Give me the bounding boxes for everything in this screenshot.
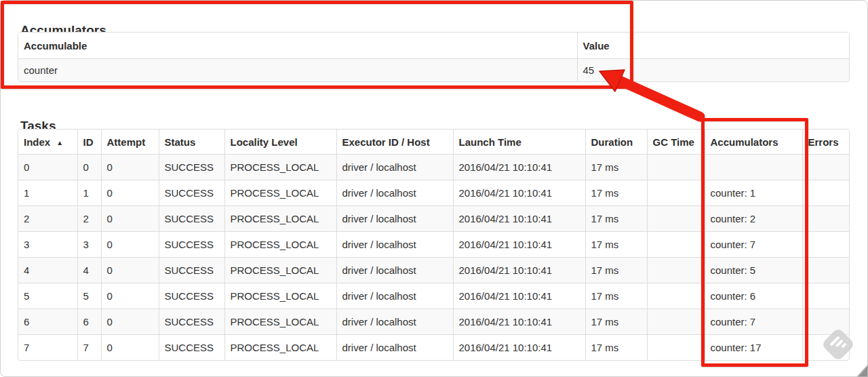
col-header-duration[interactable]: Duration	[585, 130, 647, 155]
col-header-accumulable: Accumulable	[18, 33, 577, 59]
cell-attempt: 0	[101, 335, 159, 361]
cell-status: SUCCESS	[159, 309, 224, 335]
cell-executor-host: driver / localhost	[336, 232, 453, 258]
cell-errors	[802, 155, 850, 180]
cell-index: 3	[18, 232, 77, 258]
cell-locality-level: PROCESS_LOCAL	[224, 335, 336, 361]
cell-launch-time: 2016/04/21 10:10:41	[453, 155, 585, 180]
task-row: 5 5 0 SUCCESS PROCESS_LOCAL driver / loc…	[18, 283, 850, 309]
col-header-attempt[interactable]: Attempt	[101, 130, 159, 155]
cell-attempt: 0	[101, 232, 159, 258]
cursor-artifact	[857, 365, 868, 377]
cell-attempt: 0	[101, 180, 159, 206]
cell-locality-level: PROCESS_LOCAL	[224, 155, 336, 180]
cell-duration: 17 ms	[585, 180, 647, 206]
cell-executor-host: driver / localhost	[336, 309, 453, 335]
cell-accumulators: counter: 2	[705, 206, 802, 232]
cell-gc-time	[647, 232, 705, 258]
cell-status: SUCCESS	[159, 180, 224, 206]
cell-errors	[802, 283, 850, 309]
col-header-index-label: Index	[24, 136, 50, 148]
cell-id: 0	[77, 155, 101, 180]
cell-status: SUCCESS	[159, 258, 224, 283]
task-row: 4 4 0 SUCCESS PROCESS_LOCAL driver / loc…	[18, 258, 850, 283]
cell-executor-host: driver / localhost	[336, 283, 453, 309]
cell-index: 0	[18, 155, 77, 180]
cell-status: SUCCESS	[159, 335, 224, 361]
cell-locality-level: PROCESS_LOCAL	[224, 232, 336, 258]
cell-errors	[802, 258, 850, 283]
col-header-accumulators[interactable]: Accumulators	[705, 130, 802, 155]
cell-id: 4	[77, 258, 101, 283]
col-header-launch-time[interactable]: Launch Time	[453, 130, 585, 155]
cell-executor-host: driver / localhost	[336, 335, 453, 361]
cell-launch-time: 2016/04/21 10:10:41	[453, 283, 585, 309]
cell-errors	[802, 309, 850, 335]
cell-gc-time	[647, 155, 705, 180]
col-header-index[interactable]: Index▲	[18, 130, 77, 155]
cell-status: SUCCESS	[159, 206, 224, 232]
cell-launch-time: 2016/04/21 10:10:41	[453, 335, 585, 361]
cell-accumulators: counter: 1	[705, 180, 802, 206]
col-header-gc-time[interactable]: GC Time	[647, 130, 705, 155]
cell-index: 4	[18, 258, 77, 283]
task-row: 3 3 0 SUCCESS PROCESS_LOCAL driver / loc…	[18, 232, 850, 258]
task-row: 2 2 0 SUCCESS PROCESS_LOCAL driver / loc…	[18, 206, 850, 232]
cell-launch-time: 2016/04/21 10:10:41	[453, 258, 585, 283]
cell-duration: 17 ms	[585, 309, 647, 335]
col-header-locality-level[interactable]: Locality Level	[224, 130, 336, 155]
cell-accumulators: counter: 7	[705, 309, 802, 335]
cell-launch-time: 2016/04/21 10:10:41	[453, 232, 585, 258]
cell-errors	[802, 232, 850, 258]
cell-id: 7	[77, 335, 101, 361]
cell-index: 7	[18, 335, 77, 361]
cell-duration: 17 ms	[585, 155, 647, 180]
accumulators-header-row: Accumulable Value	[18, 33, 850, 59]
cell-gc-time	[647, 309, 705, 335]
cell-attempt: 0	[101, 155, 159, 180]
cell-status: SUCCESS	[159, 232, 224, 258]
cell-accumulators	[705, 155, 802, 180]
cell-locality-level: PROCESS_LOCAL	[224, 180, 336, 206]
cell-gc-time	[647, 283, 705, 309]
cell-attempt: 0	[101, 258, 159, 283]
col-header-errors[interactable]: Errors	[802, 130, 850, 155]
cell-attempt: 0	[101, 309, 159, 335]
col-header-id[interactable]: ID	[77, 130, 101, 155]
cell-status: SUCCESS	[159, 283, 224, 309]
cell-attempt: 0	[101, 283, 159, 309]
task-row: 7 7 0 SUCCESS PROCESS_LOCAL driver / loc…	[18, 335, 850, 361]
cell-duration: 17 ms	[585, 283, 647, 309]
cell-status: SUCCESS	[159, 155, 224, 180]
cell-locality-level: PROCESS_LOCAL	[224, 206, 336, 232]
cell-accumulators: counter: 7	[705, 232, 802, 258]
cell-executor-host: driver / localhost	[336, 180, 453, 206]
cell-launch-time: 2016/04/21 10:10:41	[453, 309, 585, 335]
cell-duration: 17 ms	[585, 206, 647, 232]
cell-executor-host: driver / localhost	[336, 206, 453, 232]
cell-index: 2	[18, 206, 77, 232]
cell-accumulable-value: 45	[577, 59, 850, 82]
col-header-status[interactable]: Status	[159, 130, 224, 155]
col-header-executor-host[interactable]: Executor ID / Host	[336, 130, 453, 155]
cell-errors	[802, 206, 850, 232]
cell-id: 1	[77, 180, 101, 206]
cell-id: 2	[77, 206, 101, 232]
task-row: 1 1 0 SUCCESS PROCESS_LOCAL driver / loc…	[18, 180, 850, 206]
cell-gc-time	[647, 258, 705, 283]
task-row: 0 0 0 SUCCESS PROCESS_LOCAL driver / loc…	[18, 155, 850, 180]
cell-launch-time: 2016/04/21 10:10:41	[453, 180, 585, 206]
task-row: 6 6 0 SUCCESS PROCESS_LOCAL driver / loc…	[18, 309, 850, 335]
cell-locality-level: PROCESS_LOCAL	[224, 258, 336, 283]
cell-index: 5	[18, 283, 77, 309]
cell-duration: 17 ms	[585, 335, 647, 361]
cell-duration: 17 ms	[585, 258, 647, 283]
cell-executor-host: driver / localhost	[336, 258, 453, 283]
cell-id: 6	[77, 309, 101, 335]
cell-accumulable-name: counter	[18, 59, 577, 82]
cell-accumulators: counter: 6	[705, 283, 802, 309]
cell-gc-time	[647, 180, 705, 206]
cell-attempt: 0	[101, 206, 159, 232]
cell-index: 6	[18, 309, 77, 335]
cell-index: 1	[18, 180, 77, 206]
